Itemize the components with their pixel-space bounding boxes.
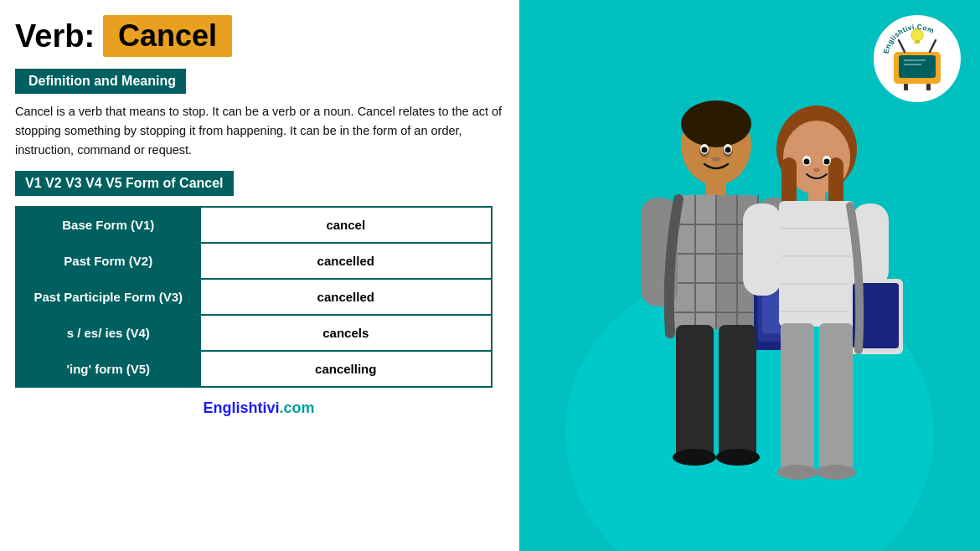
verb-label: Verb:: [15, 18, 95, 54]
verb-word: Cancel: [103, 15, 232, 57]
form-value-cell: cancels: [200, 315, 492, 351]
footer-brand: Englishtivi.com: [15, 399, 503, 417]
svg-point-63: [813, 168, 820, 173]
form-name-cell: s / es/ ies (V4): [16, 315, 200, 351]
svg-rect-55: [781, 323, 814, 474]
svg-line-4: [930, 40, 936, 52]
svg-point-33: [716, 449, 760, 466]
form-name-cell: Past Form (V2): [16, 243, 200, 279]
logo-container: Englishtivi.Com: [871, 13, 963, 105]
table-row: Base Form (V1)cancel: [16, 207, 492, 243]
svg-rect-5: [904, 84, 908, 90]
svg-rect-56: [819, 323, 853, 474]
page-wrapper: Verb: Cancel Definition and Meaning Canc…: [0, 0, 980, 551]
v-forms-heading: V1 V2 V3 V4 V5 Form of Cancel: [15, 171, 234, 196]
svg-point-38: [702, 147, 708, 153]
svg-line-3: [899, 40, 905, 52]
svg-point-57: [777, 465, 818, 480]
form-value-cell: cancelled: [200, 279, 492, 315]
table-row: 'ing' form (V5)cancelling: [16, 351, 492, 387]
svg-point-7: [911, 29, 923, 41]
table-row: s / es/ ies (V4)cancels: [16, 315, 492, 351]
svg-rect-6: [926, 84, 931, 90]
definition-heading: Definition and Meaning: [15, 69, 186, 94]
svg-point-39: [725, 147, 731, 153]
form-name-cell: Past Participle Form (V3): [16, 279, 200, 315]
svg-point-62: [824, 159, 830, 165]
form-value-cell: cancel: [200, 207, 492, 243]
brand-blue: Englishtivi: [203, 399, 279, 416]
brand-teal: .com: [280, 399, 315, 416]
right-area: Englishtivi.Com: [519, 0, 980, 551]
svg-point-40: [712, 157, 720, 162]
definition-text: Cancel is a verb that means to stop. It …: [15, 102, 503, 161]
svg-rect-51: [743, 203, 781, 296]
svg-point-13: [681, 100, 751, 147]
form-value-cell: cancelled: [200, 243, 492, 279]
svg-point-61: [804, 159, 810, 165]
svg-rect-2: [899, 55, 936, 78]
svg-rect-8: [915, 40, 920, 44]
form-name-cell: 'ing' form (V5): [16, 351, 200, 387]
svg-point-58: [816, 465, 856, 480]
table-row: Past Form (V2)cancelled: [16, 243, 492, 279]
verb-title: Verb: Cancel: [15, 15, 503, 57]
left-content: Verb: Cancel Definition and Meaning Canc…: [0, 0, 519, 551]
logo-svg: Englishtivi.Com: [875, 17, 959, 100]
table-row: Past Participle Form (V3)cancelled: [16, 279, 492, 315]
svg-rect-46: [779, 201, 854, 327]
svg-point-32: [673, 449, 716, 466]
form-name-cell: Base Form (V1): [16, 207, 200, 243]
svg-rect-30: [676, 325, 714, 459]
svg-rect-31: [719, 325, 756, 459]
svg-text:Englishtivi.Com: Englishtivi.Com: [882, 23, 936, 54]
verb-table: Base Form (V1)cancelPast Form (V2)cancel…: [15, 206, 493, 388]
form-value-cell: cancelling: [200, 351, 492, 387]
